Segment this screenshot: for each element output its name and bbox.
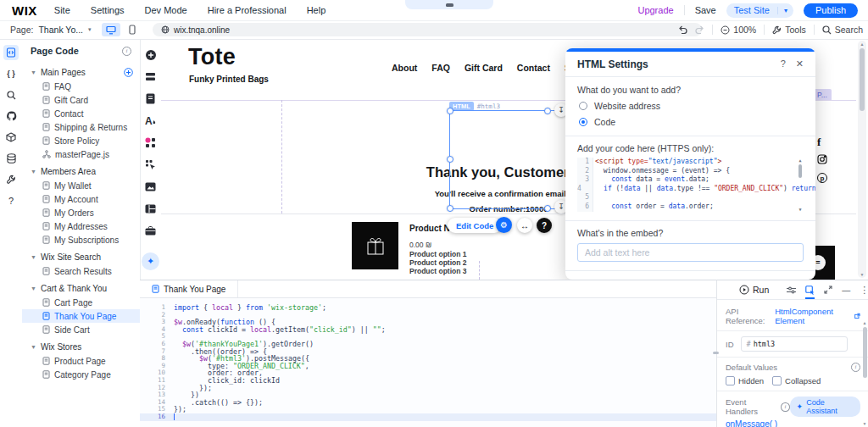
page-code-panel-button[interactable]	[3, 45, 19, 60]
databases-button[interactable]	[3, 151, 19, 166]
code-search-button[interactable]	[3, 87, 19, 103]
publish-button[interactable]: Publish	[804, 3, 858, 18]
menu-site[interactable]: Site	[54, 5, 70, 15]
desktop-view-button[interactable]	[102, 23, 120, 36]
minimize-panel-button[interactable]: —	[842, 281, 850, 298]
sidebar-item-store-policy[interactable]: Store Policy	[22, 134, 140, 147]
tool-business[interactable]	[143, 224, 158, 238]
checkbox-icon[interactable]	[726, 376, 735, 385]
api-reference-link[interactable]: HtmlComponent Element	[775, 307, 852, 325]
caret-down-icon[interactable]: ▼	[31, 286, 36, 291]
panel-resize-handle[interactable]	[713, 352, 719, 354]
tools-button[interactable]: Tools	[772, 25, 806, 35]
code-line[interactable]: 2 window.onmessage = (event) => {	[577, 167, 804, 176]
dialog-code-editor[interactable]: 1<script type="text/javascript">2 window…	[577, 158, 804, 212]
scroll-down-icon[interactable]: ▼	[858, 272, 866, 277]
mobile-view-button[interactable]	[125, 23, 139, 36]
tab-thank-you-page[interactable]: Thank You Page	[147, 280, 238, 297]
info-icon[interactable]: i	[781, 402, 789, 412]
panel-scrollbar[interactable]: ▲▼	[861, 320, 868, 426]
sidebar-item-my-addresses[interactable]: My Addresses	[22, 219, 140, 233]
settings-button[interactable]: ⚙	[496, 217, 512, 233]
code-line[interactable]: 16	[140, 413, 716, 421]
caret-down-icon[interactable]: ▼	[31, 254, 36, 260]
tree-section-members-area[interactable]: ▼Members Area	[22, 164, 140, 179]
sidebar-item-side-cart[interactable]: Side Cart	[22, 323, 140, 336]
tool-layouts[interactable]	[143, 202, 158, 216]
caret-down-icon[interactable]: ▼	[31, 69, 36, 75]
sidebar-item-thank-you-page[interactable]: Thank You Page	[22, 309, 140, 323]
packages-button[interactable]	[3, 130, 19, 145]
code-line[interactable]: 15});	[140, 406, 716, 413]
code-line[interactable]: 14 .catch(() => {});	[140, 399, 716, 407]
add-page-button[interactable]	[124, 68, 133, 77]
caret-down-icon[interactable]: ▼	[31, 344, 36, 350]
site-logo-text[interactable]: Tote	[188, 44, 236, 70]
resize-handle[interactable]	[544, 108, 551, 114]
tool-media[interactable]	[143, 180, 158, 194]
sidebar-item-cart-page[interactable]: Cart Page	[22, 296, 140, 309]
public-code-button[interactable]: { }	[3, 66, 19, 81]
site-nav-gift-card[interactable]: Gift Card	[465, 63, 503, 73]
tree-section-wix-site-search[interactable]: ▼Wix Site Search	[22, 249, 140, 264]
code-line[interactable]: 12 });	[140, 385, 716, 392]
code-line[interactable]: 4 if (!data || data.type !== "ORDER_AND_…	[577, 185, 804, 194]
resize-handle[interactable]	[544, 205, 551, 212]
tree-section-main-pages[interactable]: ▼Main Pages	[22, 64, 140, 80]
sidebar-item-my-orders[interactable]: My Orders	[22, 206, 140, 219]
ai-assistant-button[interactable]: ✦	[142, 252, 159, 270]
code-scrollbar[interactable]: ▲▼	[797, 158, 804, 212]
pinterest-icon[interactable]: p	[817, 173, 827, 183]
stretch-width-button[interactable]: ↔	[517, 218, 532, 233]
checkbox-icon[interactable]	[772, 376, 782, 385]
info-icon[interactable]: i	[122, 47, 131, 56]
edit-code-button[interactable]: Edit Code	[448, 218, 502, 233]
sidebar-item-masterpage-js[interactable]: masterPage.js	[22, 147, 140, 161]
facebook-icon[interactable]: f	[817, 136, 821, 149]
code-line[interactable]: 3 const data = event.data;	[577, 175, 804, 185]
site-nav-faq[interactable]: FAQ	[431, 63, 450, 73]
menu-hire-a-professional[interactable]: Hire a Professional	[208, 5, 287, 15]
sidebar-item-my-subscriptions[interactable]: My Subscriptions	[22, 233, 140, 247]
code-line[interactable]: 1<script type="text/javascript">	[577, 158, 804, 167]
sidebar-item-my-wallet[interactable]: My Wallet	[22, 179, 140, 192]
sidebar-item-contact[interactable]: Contact	[22, 107, 140, 120]
code-line[interactable]: 4 const clickId = local.getItem("click_i…	[140, 326, 716, 334]
hidden-checkbox[interactable]: Hidden	[726, 376, 764, 385]
code-assistant-button[interactable]: ✦ Code Assistant	[790, 396, 860, 417]
resize-handle[interactable]	[447, 108, 453, 114]
code-line[interactable]: 1import { local } from 'wix-storage';	[140, 304, 716, 312]
url-bar[interactable]: wix.tnqa.online	[153, 23, 702, 36]
topbar-collapse-handle[interactable]	[405, 0, 493, 9]
search-button[interactable]: Search	[822, 25, 863, 35]
sidebar-item-search-results[interactable]: Search Results	[22, 264, 140, 278]
code-line[interactable]: 11 click_id: clickId	[140, 377, 716, 385]
radio-code[interactable]: Code	[579, 117, 804, 127]
console-filter-button[interactable]	[787, 281, 796, 298]
tool-app-market[interactable]	[143, 136, 158, 150]
info-icon[interactable]: i	[851, 363, 860, 372]
resize-handle[interactable]	[447, 205, 453, 212]
element-id-input[interactable]: # html3	[741, 336, 848, 352]
menu-settings[interactable]: Settings	[91, 5, 125, 15]
menu-help[interactable]: Help	[307, 5, 326, 15]
upgrade-link[interactable]: Upgrade	[637, 5, 673, 15]
radio-off-icon[interactable]	[579, 102, 587, 110]
help-fab-button[interactable]: ?	[537, 218, 552, 233]
radio-website-address[interactable]: Website address	[579, 101, 804, 111]
site-nav-about[interactable]: About	[392, 63, 417, 73]
run-button[interactable]: Run	[739, 285, 769, 295]
properties-tab-button[interactable]	[805, 281, 815, 298]
canvas-scrollbar[interactable]: ▲ ▼	[858, 41, 866, 278]
handler-onmessage[interactable]: onMessage( )	[717, 417, 868, 427]
tree-section-cart-thank-you[interactable]: ▼Cart & Thank You	[22, 280, 140, 296]
page-code-editor[interactable]: 1import { local } from 'wix-storage';23$…	[140, 298, 716, 421]
sidebar-item-shipping-returns[interactable]: Shipping & Returns	[22, 120, 140, 134]
tool-site-design[interactable]: A	[143, 114, 158, 128]
help-button[interactable]: ?	[3, 193, 19, 208]
caret-down-icon[interactable]: ▼	[31, 169, 36, 175]
tree-section-wix-stores[interactable]: ▼Wix Stores	[22, 339, 140, 354]
page-selector[interactable]: Page: Thank Yo... ▾	[10, 20, 92, 39]
dialog-help-button[interactable]: ?	[781, 58, 786, 69]
product-price[interactable]: 0.00 ₪	[409, 241, 431, 249]
